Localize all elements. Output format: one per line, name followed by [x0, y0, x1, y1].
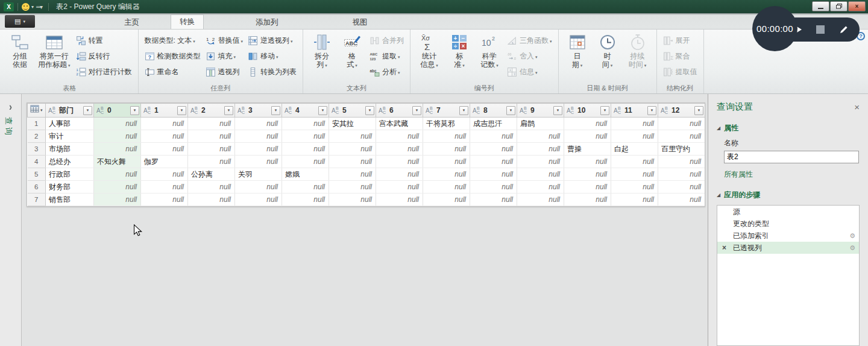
table-cell[interactable]: null [376, 193, 423, 206]
table-cell[interactable]: 关羽 [235, 168, 282, 181]
column-header-5[interactable]: ABC5▼ [329, 104, 376, 118]
query-name-input[interactable] [724, 151, 859, 163]
column-header-0[interactable]: ABC0▼ [94, 104, 141, 118]
table-cell[interactable]: null [282, 143, 329, 156]
filter-dropdown-button[interactable]: ▼ [459, 106, 468, 115]
table-cell[interactable]: null [141, 168, 188, 181]
table-cell[interactable]: null [423, 156, 470, 168]
table-cell[interactable]: null [376, 143, 423, 156]
column-header-12[interactable]: ABC12▼ [658, 104, 705, 118]
table-cell[interactable]: 伽罗 [141, 156, 188, 168]
expand-queries-chevron-icon[interactable]: › [0, 100, 21, 112]
table-cell[interactable]: null [517, 168, 564, 181]
row-number[interactable]: 5 [28, 168, 46, 181]
table-cell[interactable]: 行政部 [46, 168, 94, 181]
row-number[interactable]: 2 [28, 130, 46, 143]
column-header-9[interactable]: ABC9▼ [517, 104, 564, 118]
table-cell[interactable]: null [658, 193, 705, 206]
date-button[interactable]: 日 期▾ [562, 31, 593, 69]
table-cell[interactable]: null [517, 156, 564, 168]
panel-close-icon[interactable]: × [854, 102, 860, 112]
table-corner-menu[interactable]: ▾ [28, 104, 46, 118]
all-properties-link[interactable]: 所有属性 [724, 169, 860, 180]
reverse-rows-button[interactable]: 反转行 [74, 48, 134, 64]
tab-视图[interactable]: 视图 [344, 16, 376, 29]
table-cell[interactable]: 销售部 [46, 193, 94, 206]
table-cell[interactable]: 白起 [611, 143, 658, 156]
table-cell[interactable]: null [376, 168, 423, 181]
table-cell[interactable]: null [188, 193, 235, 206]
filter-dropdown-button[interactable]: ▼ [365, 106, 374, 115]
table-cell[interactable]: null [376, 181, 423, 193]
table-cell[interactable]: null [329, 156, 376, 168]
table-cell[interactable]: null [94, 118, 141, 130]
filter-dropdown-button[interactable]: ▼ [224, 106, 233, 115]
column-header-7[interactable]: ABC7▼ [423, 104, 470, 118]
table-cell[interactable]: null [235, 130, 282, 143]
rename-button[interactable]: 重命名 [142, 64, 203, 80]
table-cell[interactable]: null [329, 130, 376, 143]
table-cell[interactable]: 安其拉 [329, 118, 376, 130]
row-number[interactable]: 7 [28, 193, 46, 206]
collapse-triangle-icon[interactable]: ◢ [717, 192, 720, 198]
table-cell[interactable]: null [141, 193, 188, 206]
filter-dropdown-button[interactable]: ▼ [647, 106, 656, 115]
filter-dropdown-button[interactable]: ▼ [83, 106, 92, 115]
table-cell[interactable]: null [235, 143, 282, 156]
table-cell[interactable]: null [470, 168, 517, 181]
filter-dropdown-button[interactable]: ▼ [506, 106, 515, 115]
table-cell[interactable]: 审计 [46, 130, 94, 143]
filter-dropdown-button[interactable]: ▼ [271, 106, 280, 115]
column-header-部门[interactable]: ABC部门▼ [46, 104, 94, 118]
table-cell[interactable]: null [188, 118, 235, 130]
table-cell[interactable]: 成吉思汗 [470, 118, 517, 130]
filter-dropdown-button[interactable]: ▼ [553, 106, 562, 115]
column-header-1[interactable]: ABC1▼ [141, 104, 188, 118]
table-cell[interactable]: null [423, 193, 470, 206]
table-cell[interactable]: 不知火舞 [94, 156, 141, 168]
split-column-button[interactable]: 拆分 列▾ [307, 31, 337, 69]
table-cell[interactable]: null [423, 130, 470, 143]
tab-转换[interactable]: 转换 [171, 14, 204, 29]
table-cell[interactable]: 曹操 [564, 143, 611, 156]
table-cell[interactable]: 财务部 [46, 181, 94, 193]
use-first-row-as-headers-button[interactable]: 将第一行 用作标题▾ [35, 31, 74, 69]
format-button[interactable]: ABC格 式▾ [337, 31, 367, 69]
tab-主页[interactable]: 主页 [116, 16, 148, 29]
table-cell[interactable]: null [658, 168, 705, 181]
row-number[interactable]: 3 [28, 143, 46, 156]
parse-button[interactable]: abc分析▾ [367, 64, 406, 80]
table-cell[interactable]: null [282, 193, 329, 206]
scientific-notation-button[interactable]: 102科学 记数▾ [474, 31, 505, 69]
applied-step-已透视列[interactable]: ×已透视列⚙ [717, 242, 859, 254]
group-by-button[interactable]: 分组 依据 [5, 31, 35, 69]
pencil-icon[interactable] [839, 25, 849, 34]
row-number[interactable]: 6 [28, 181, 46, 193]
table-cell[interactable]: null [94, 193, 141, 206]
delete-step-icon[interactable]: × [722, 244, 726, 252]
table-cell[interactable]: null [188, 156, 235, 168]
table-cell[interactable]: null [329, 168, 376, 181]
column-header-11[interactable]: ABC11▼ [611, 104, 658, 118]
table-cell[interactable]: null [188, 181, 235, 193]
table-cell[interactable]: null [141, 143, 188, 156]
table-cell[interactable]: null [235, 181, 282, 193]
table-cell[interactable]: null [376, 156, 423, 168]
column-header-3[interactable]: ABC3▼ [235, 104, 282, 118]
step-settings-gear-icon[interactable]: ⚙ [849, 232, 855, 240]
table-cell[interactable]: null [658, 181, 705, 193]
convert-to-list-button[interactable]: 转换为列表 [245, 64, 299, 80]
table-cell[interactable]: null [235, 118, 282, 130]
column-header-6[interactable]: ABC6▼ [376, 104, 423, 118]
table-cell[interactable]: null [611, 168, 658, 181]
file-menu-button[interactable]: ▤ ▾ [5, 15, 35, 28]
filter-dropdown-button[interactable]: ▼ [130, 106, 139, 115]
table-cell[interactable]: null [94, 168, 141, 181]
fill-button[interactable]: 填充▾ [203, 48, 246, 64]
table-cell[interactable]: null [517, 193, 564, 206]
extract-button[interactable]: ABC123提取▾ [367, 48, 406, 64]
applied-step-更改的类型[interactable]: 更改的类型 [717, 218, 859, 230]
chevron-down-icon[interactable]: ▾ [31, 4, 34, 10]
table-cell[interactable]: null [611, 181, 658, 193]
stop-icon[interactable] [816, 25, 825, 34]
